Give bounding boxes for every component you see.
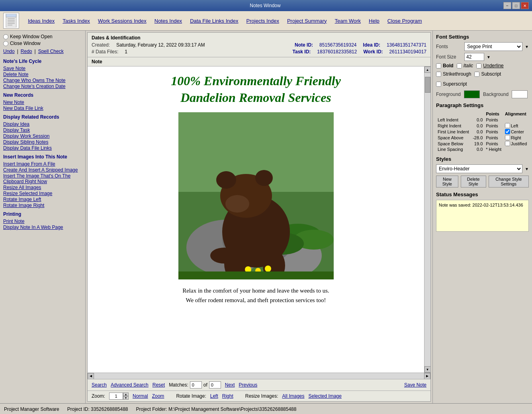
svg-point-18 xyxy=(255,170,273,186)
style-select[interactable]: Enviro-Header xyxy=(436,164,522,173)
font-size-input[interactable] xyxy=(464,53,484,61)
rotate-image-left-link[interactable]: Rotate Image Left xyxy=(3,197,82,202)
save-note-link[interactable]: Save Note xyxy=(3,66,82,71)
status-message: Note was saved: 2022-02-12T13:53:14.436 xyxy=(439,203,523,207)
menu-ideas-index[interactable]: Ideas Index xyxy=(24,16,59,25)
para-col-label xyxy=(436,111,471,117)
scroll-left-button[interactable]: ◀ xyxy=(88,373,94,379)
zoom-down-button[interactable]: ▼ xyxy=(123,396,129,400)
menu-close-program[interactable]: Close Program xyxy=(383,16,426,25)
bold-checkbox[interactable] xyxy=(436,63,441,68)
italic-checkbox[interactable] xyxy=(457,63,462,68)
close-button[interactable]: ✕ xyxy=(521,2,529,9)
search-link[interactable]: Search xyxy=(92,382,107,388)
zoom-link[interactable]: Zoom xyxy=(152,393,164,399)
normal-link[interactable]: Normal xyxy=(133,393,148,399)
delete-style-button[interactable]: Delete Style xyxy=(461,176,486,187)
change-style-button[interactable]: Change Style Settings xyxy=(489,176,529,187)
next-link[interactable]: Next xyxy=(225,382,235,388)
insert-image-file-link[interactable]: Insert Image From A File xyxy=(3,161,82,167)
undo-link[interactable]: Undo xyxy=(3,49,15,54)
display-work-session-link[interactable]: Display Work Session xyxy=(3,133,82,139)
align-center-checkbox[interactable] xyxy=(505,129,510,134)
menu-team-work[interactable]: Team Work xyxy=(331,16,365,25)
display-data-file-links-link[interactable]: Display Data File Links xyxy=(3,145,82,151)
font-size-dropdown-icon[interactable]: ▼ xyxy=(487,55,491,59)
scroll-thumb[interactable] xyxy=(425,77,430,93)
italic-checkbox-row[interactable]: Italic xyxy=(457,63,473,68)
redo-link[interactable]: Redo xyxy=(21,49,32,54)
matches-count-input[interactable] xyxy=(190,381,202,389)
close-window-radio[interactable]: Close Window xyxy=(3,41,82,46)
rotate-right-link[interactable]: Right xyxy=(222,393,233,399)
style-dropdown-icon[interactable]: ▼ xyxy=(525,167,529,171)
strikethrough-checkbox-row[interactable]: Strikethrough xyxy=(436,71,471,77)
previous-link[interactable]: Previous xyxy=(239,382,258,388)
menu-projects-index[interactable]: Projects Index xyxy=(243,16,283,25)
selected-image-link[interactable]: Selected Image xyxy=(309,393,342,399)
scroll-up-button[interactable]: ▲ xyxy=(424,66,431,73)
note-id-label: Note ID: xyxy=(295,42,313,48)
align-right-checkbox[interactable] xyxy=(505,135,510,140)
background-swatch[interactable] xyxy=(512,90,528,98)
menu-notes-index[interactable]: Notes Index xyxy=(151,16,186,25)
display-task-link[interactable]: Display Task xyxy=(3,127,82,133)
zoom-up-button[interactable]: ▲ xyxy=(123,393,129,396)
rotate-left-link[interactable]: Left xyxy=(210,393,218,399)
insert-clipboard-image-link[interactable]: Insert The Image That's On The Clipboard… xyxy=(3,173,82,184)
subscript-checkbox[interactable] xyxy=(474,72,479,77)
change-creation-date-link[interactable]: Change Note's Creation Date xyxy=(3,84,82,89)
foreground-swatch[interactable] xyxy=(464,90,480,98)
display-note-web-link[interactable]: Display Note In A Web Page xyxy=(3,225,82,230)
new-note-link[interactable]: New Note xyxy=(3,100,82,105)
align-left-checkbox[interactable] xyxy=(505,123,510,128)
total-count-input[interactable] xyxy=(209,381,221,389)
print-note-link[interactable]: Print Note xyxy=(3,219,82,224)
advanced-search-link[interactable]: Advanced Search xyxy=(111,382,149,388)
scroll-down-button[interactable]: ▼ xyxy=(424,366,431,373)
display-sibling-notes-link[interactable]: Display Sibling Notes xyxy=(3,139,82,145)
superscript-checkbox[interactable] xyxy=(436,82,441,87)
save-note-search-link[interactable]: Save Note xyxy=(404,382,426,388)
reset-link[interactable]: Reset xyxy=(153,382,165,388)
menu-help[interactable]: Help xyxy=(365,16,383,25)
delete-note-link[interactable]: Delete Note xyxy=(3,72,82,77)
menu-tasks-index[interactable]: Tasks Index xyxy=(59,16,94,25)
bold-checkbox-row[interactable]: Bold xyxy=(436,63,454,68)
font-select[interactable]: Segoe Print Arial Times New Roman xyxy=(464,42,522,51)
subscript-checkbox-row[interactable]: Subscript xyxy=(474,71,501,77)
superscript-checkbox-row[interactable]: Superscript xyxy=(436,81,467,87)
new-style-button[interactable]: New Style xyxy=(436,176,458,187)
create-snipped-image-link[interactable]: Create And Insert A Snipped Image xyxy=(3,167,82,173)
horizontal-scrollbar[interactable]: ◀ ▶ xyxy=(88,373,430,379)
para-col-points-unit: Points xyxy=(484,111,503,117)
resize-all-images-link[interactable]: Resize All Images xyxy=(3,185,82,190)
new-data-file-link-link[interactable]: New Data File Link xyxy=(3,105,82,111)
underline-checkbox[interactable] xyxy=(476,63,481,68)
line-spacing-align xyxy=(503,146,529,152)
keep-window-open-radio[interactable]: Keep Window Open xyxy=(3,34,82,39)
menu-data-file-links-index[interactable]: Data File Links Index xyxy=(186,16,242,25)
note-content[interactable]: 100% Environmentally Friendly Dandelion … xyxy=(88,66,424,373)
spell-check-link[interactable]: Spell Check xyxy=(38,49,64,54)
display-idea-link[interactable]: Display Idea xyxy=(3,121,82,127)
menu-work-sessions-index[interactable]: Work Sessions Index xyxy=(94,16,151,25)
menu-project-summary[interactable]: Project Summary xyxy=(283,16,331,25)
para-row-line-spacing: Line Spacing 0.0 * Height xyxy=(436,146,529,152)
space-above-label: Space Above xyxy=(436,135,471,141)
left-indent-value: 0.0 xyxy=(471,117,484,123)
note-scrollbar[interactable]: ▲ ▼ xyxy=(424,66,430,373)
change-owner-link[interactable]: Change Who Owns The Note xyxy=(3,78,82,83)
fonts-label: Fonts xyxy=(436,44,462,49)
all-images-link[interactable]: All Images xyxy=(282,393,304,399)
scroll-right-button[interactable]: ▶ xyxy=(424,373,430,379)
resize-selected-image-link[interactable]: Resize Selected Image xyxy=(3,191,82,196)
align-justified-checkbox[interactable] xyxy=(505,141,510,146)
minimize-button[interactable]: − xyxy=(503,2,511,9)
zoom-input[interactable] xyxy=(109,393,123,400)
font-dropdown-icon[interactable]: ▼ xyxy=(525,45,529,49)
maximize-button[interactable]: □ xyxy=(512,2,520,9)
strikethrough-checkbox[interactable] xyxy=(436,72,441,77)
rotate-image-right-link[interactable]: Rotate Image Right xyxy=(3,203,82,208)
underline-checkbox-row[interactable]: Underline xyxy=(476,63,503,68)
